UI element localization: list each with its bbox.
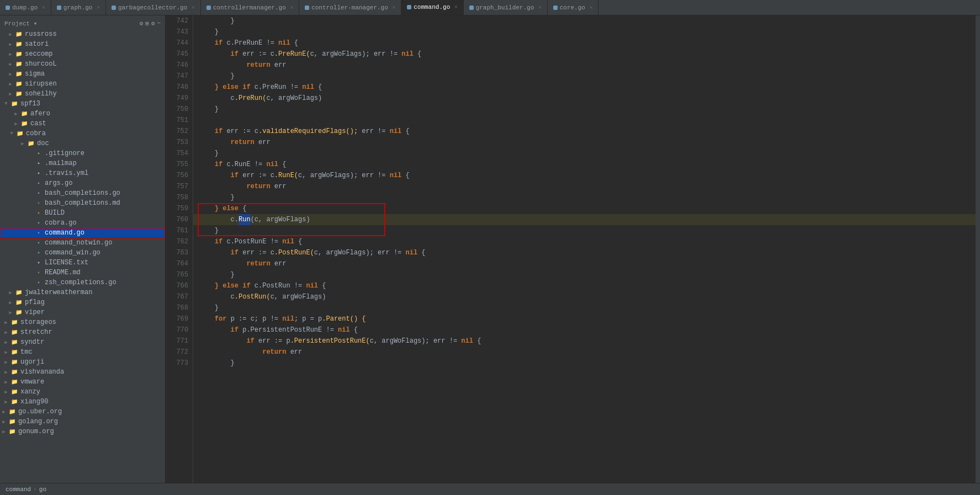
tab-controller-manager-go[interactable]: controller-manager.go ✕ [299, 0, 401, 15]
tree-arrow-cast: ▶ [12, 121, 20, 127]
layout-icon[interactable]: ⊞ [145, 20, 149, 27]
tree-item-viper[interactable]: ▶ 📁 viper [0, 307, 165, 317]
tree-item-stretchr[interactable]: ▶ 📁 stretchr [0, 327, 165, 337]
tree-item-tmc[interactable]: ▶ 📁 tmc [0, 347, 165, 357]
folder-icon-xanzy: 📁 [10, 388, 19, 395]
code-line-745: if err := c.PreRunE(c, argWoFlags); err … [193, 49, 976, 60]
folder-icon-cobra: 📁 [15, 130, 24, 137]
code-content[interactable]: } } if c.PreRunE != nil { if err := c.Pr… [193, 15, 976, 483]
tree-item-satori[interactable]: ▶ 📁 satori [0, 39, 165, 49]
tree-item-jwalterweatherman[interactable]: ▶ 📁 jwalterweatherman [0, 288, 165, 297]
tree-item-zshcompletions[interactable]: ▪ zsh_completions.go [0, 278, 165, 288]
code-line-772: return err [193, 347, 976, 358]
tree-item-golang[interactable]: ▶ 📁 golang.org [0, 417, 165, 427]
tree-item-gitignore[interactable]: ▪ .gitignore [0, 148, 165, 158]
tree-arrow-gouber: ▶ [0, 409, 8, 415]
folder-icon-gouber: 📁 [8, 408, 17, 415]
git-file-icon: ▪ [34, 151, 43, 157]
folder-icon-tmc: 📁 [10, 349, 19, 355]
folder-icon-vmware: 📁 [10, 379, 19, 385]
tree-arrow-vmware: ▶ [2, 379, 10, 385]
tree-item-cast[interactable]: ▶ 📁 cast [0, 119, 165, 129]
code-line-757: return err [193, 181, 976, 192]
md-file-icon-readme: ▪ [34, 270, 43, 276]
breadcrumb-command: command [6, 486, 31, 493]
tree-arrow-ugorji: ▶ [2, 359, 10, 365]
folder-icon-viper: 📁 [14, 309, 23, 316]
tree-item-commandnotwin[interactable]: ▪ command_notwin.go [0, 238, 165, 248]
tree-item-gonum[interactable]: ▶ 📁 gonum.org [0, 427, 165, 437]
tree-item-pflag[interactable]: ▶ 📁 pflag [0, 297, 165, 307]
tree-arrow-vishvananda: ▶ [2, 369, 10, 375]
line-number-766: 766 [166, 280, 193, 291]
tab-garbagecollector-go[interactable]: garbagecollector.go ✕ [106, 0, 201, 15]
tree-item-travisyml[interactable]: ▪ .travis.yml [0, 168, 165, 178]
line-number-752: 752 [166, 126, 193, 137]
tree-item-ugorji[interactable]: ▶ 📁 ugorji [0, 357, 165, 367]
sidebar: Project ▾ ⚙ ⊞ ⚙ − ▶ 📁 russross ▶ 📁 sator… [0, 15, 166, 483]
tab-dump-go[interactable]: dump.go ✕ [0, 0, 51, 15]
line-number-770: 770 [166, 324, 193, 336]
sidebar-title: Project ▾ [4, 20, 37, 27]
tree-arrow-tmc: ▶ [2, 349, 10, 355]
tree-item-bashcompletionsgo[interactable]: ▪ bash_completions.go [0, 188, 165, 198]
tree-item-syndtr[interactable]: ▶ 📁 syndtr [0, 337, 165, 347]
tree-item-seccomp[interactable]: ▶ 📁 seccomp [0, 49, 165, 59]
expand-icon[interactable]: − [157, 20, 161, 27]
settings-icon[interactable]: ⚙ [140, 20, 144, 27]
sidebar-header-icons: ⚙ ⊞ ⚙ − [140, 20, 161, 27]
scroll-indicator[interactable] [976, 15, 980, 483]
tree-item-vishvananda[interactable]: ▶ 📁 vishvananda [0, 367, 165, 377]
tree-arrow-doc: ▶ [19, 141, 27, 147]
tree-item-shurcooL[interactable]: ▶ 📁 shurcooL [0, 59, 165, 69]
tree-item-sirupsen[interactable]: ▶ 📁 sirupsen [0, 79, 165, 89]
line-number-759: 759 [166, 203, 193, 214]
tree-arrow-xiang90: ▶ [2, 399, 10, 405]
tree-item-cobrego[interactable]: ▪ cobra.go [0, 218, 165, 228]
tree-item-bashcompletionsmd[interactable]: ▪ bash_completions.md [0, 198, 165, 208]
tree-item-doc[interactable]: ▶ 📁 doc [0, 139, 165, 148]
tree-item-afero[interactable]: ▶ 📁 afero [0, 109, 165, 119]
code-line-750: } [193, 104, 976, 115]
build-file-icon: ▪ [34, 210, 43, 216]
tab-command-go[interactable]: command.go ✕ [401, 0, 463, 15]
line-number-742: 742 [166, 15, 193, 26]
tab-core-go[interactable]: core.go ✕ [548, 0, 599, 15]
tab-controllermanager-go[interactable]: controllermanager.go ✕ [201, 0, 299, 15]
tab-graph-go[interactable]: graph.go ✕ [51, 0, 106, 15]
tree-item-spf13[interactable]: ▼ 📁 spf13 [0, 99, 165, 109]
tree-item-commandgo[interactable]: ▪ command.go [0, 228, 165, 238]
tree-item-russross[interactable]: ▶ 📁 russross [0, 29, 165, 39]
folder-icon-sirupsen: 📁 [14, 81, 23, 87]
tree-item-xiang90[interactable]: ▶ 📁 xiang90 [0, 397, 165, 407]
tree-item-BUILD[interactable]: ▪ BUILD [0, 208, 165, 218]
code-line-762: if c.PostRunE != nil { [193, 236, 976, 247]
tree-item-gouber[interactable]: ▶ 📁 go.uber.org [0, 407, 165, 417]
tree-item-READMEmd[interactable]: ▪ README.md [0, 268, 165, 278]
tab-graph-builder-go[interactable]: graph_builder.go ✕ [464, 0, 548, 15]
tree-item-commandwin[interactable]: ▪ command_win.go [0, 248, 165, 258]
tree-item-LICENSE[interactable]: ▪ LICENSE.txt [0, 258, 165, 268]
tab-bar: dump.go ✕ graph.go ✕ garbagecollector.go… [0, 0, 980, 15]
tree-item-sigma[interactable]: ▶ 📁 sigma [0, 69, 165, 79]
config-icon[interactable]: ⚙ [151, 20, 155, 27]
tree-arrow-spf13: ▼ [2, 101, 10, 107]
breadcrumb-go: go [39, 486, 46, 493]
line-number-749: 749 [166, 93, 193, 104]
line-number-767: 767 [166, 291, 193, 302]
tree-item-xanzy[interactable]: ▶ 📁 xanzy [0, 387, 165, 397]
tree-item-argsgo[interactable]: ▪ args.go [0, 178, 165, 188]
code-line-744: if c.PreRunE != nil { [193, 38, 976, 49]
go-file-icon-args: ▪ [34, 180, 43, 187]
tree-item-cobra[interactable]: ▼ 📁 cobra [0, 129, 165, 139]
line-number-762: 762 [166, 236, 193, 247]
code-line-771: if err := p.PersistentPostRunE(c, argWoF… [193, 336, 976, 347]
folder-icon-ugorji: 📁 [10, 359, 19, 365]
folder-icon-sigma: 📁 [14, 71, 23, 77]
line-number-750: 750 [166, 104, 193, 115]
tree-item-mailmap[interactable]: ▪ .mailmap [0, 158, 165, 168]
line-number-769: 769 [166, 313, 193, 324]
tree-item-storageos[interactable]: ▶ 📁 storageos [0, 317, 165, 327]
tree-item-vmware[interactable]: ▶ 📁 vmware [0, 377, 165, 387]
tree-item-soheilhy[interactable]: ▶ 📁 soheilhy [0, 89, 165, 99]
